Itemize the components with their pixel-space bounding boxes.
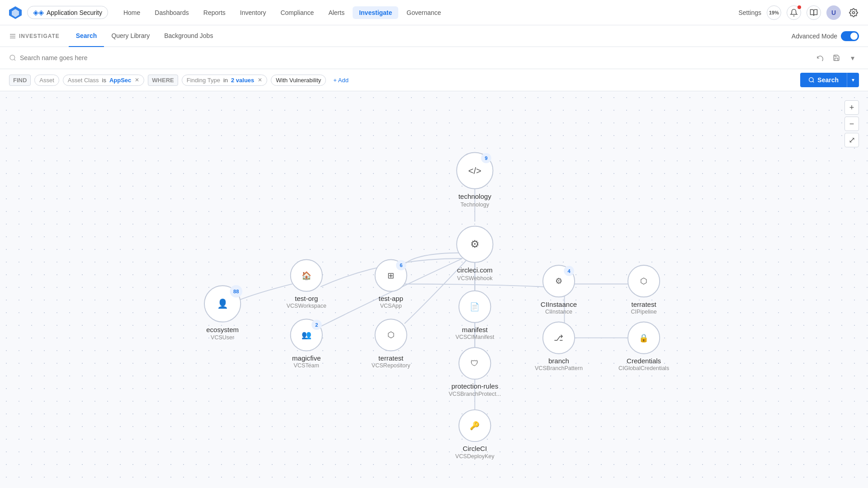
svg-text:4: 4 [567, 268, 571, 274]
svg-text:CircleCI: CircleCI [463, 445, 487, 452]
app-selector[interactable]: ◈◈ Application Security [27, 6, 108, 19]
node-magicfive[interactable]: 👥 magicfive VCSTeam 2 [291, 319, 322, 369]
svg-text:</>: </> [468, 166, 481, 176]
graph-area: </> technology Technology 9 ⚙ circleci.c… [0, 91, 868, 488]
find-label: FIND [9, 75, 31, 86]
node-circleci-key[interactable]: 🔑 CircleCI VCSDeployKey [455, 410, 495, 460]
node-branch[interactable]: ⎇ branch VCSBranchPattern [535, 322, 583, 371]
node-credentials[interactable]: 🔒 Credentials CIGlobalCredentials [618, 322, 669, 371]
nav-alerts[interactable]: Alerts [322, 6, 351, 19]
svg-point-6 [10, 55, 15, 60]
svg-text:VCSCIManifest: VCSCIManifest [455, 334, 494, 340]
chip2-close[interactable]: ✕ [258, 77, 262, 83]
nav-inventory[interactable]: Inventory [234, 6, 273, 19]
sub-navigation: INVESTIGATE Search Query Library Backgro… [0, 25, 868, 47]
app-name: Application Security [47, 9, 102, 16]
settings-link[interactable]: Settings [738, 9, 761, 16]
svg-line-7 [14, 59, 15, 61]
search-btn-group: Search ▾ [800, 73, 859, 87]
notifications-btn[interactable] [787, 5, 801, 20]
tab-search[interactable]: Search [69, 25, 104, 47]
svg-text:CIInstance: CIInstance [545, 309, 572, 315]
with-vulnerability-chip[interactable]: With Vulnerability [271, 75, 326, 86]
svg-text:VCSRepository: VCSRepository [372, 362, 410, 369]
svg-text:88: 88 [233, 289, 239, 294]
app-logo[interactable] [7, 5, 24, 21]
gear-icon[interactable] [846, 5, 861, 20]
graph-svg: </> technology Technology 9 ⚙ circleci.c… [0, 91, 868, 488]
svg-text:🛡: 🛡 [471, 359, 479, 368]
advanced-mode-toggle[interactable] [841, 31, 859, 41]
node-clinstaance[interactable]: ⚙ CIInstaance CIInstance 4 [541, 265, 577, 315]
svg-text:Technology: Technology [461, 202, 490, 208]
advanced-mode-toggle-area: Advanced Mode [792, 31, 859, 41]
node-terratest-repo[interactable]: ⬡ terratest VCSRepository [372, 319, 410, 369]
badge-btn[interactable]: 19% [767, 5, 781, 20]
section-label: INVESTIGATE [9, 33, 60, 40]
svg-text:⬡: ⬡ [387, 330, 395, 339]
dropdown-arrow-icon[interactable]: ▾ [846, 52, 859, 64]
node-terratest-ci[interactable]: ⬡ terratest CIPipeline [628, 265, 660, 315]
tab-query-library[interactable]: Query Library [104, 25, 157, 47]
finding-type-chip[interactable]: Finding Type in 2 values ✕ [182, 75, 268, 86]
nav-reports[interactable]: Reports [197, 6, 232, 19]
node-technology[interactable]: </> technology Technology 9 [457, 152, 493, 207]
svg-text:9: 9 [485, 155, 487, 161]
svg-text:VCSWebhook: VCSWebhook [457, 275, 493, 282]
nav-dashboards[interactable]: Dashboards [148, 6, 195, 19]
asset-label: Asset [39, 77, 54, 84]
user-avatar[interactable]: U [826, 5, 841, 20]
svg-text:terratest: terratest [378, 354, 404, 362]
svg-text:test-app: test-app [378, 295, 403, 302]
chip2-val: 2 values [231, 77, 254, 84]
node-test-org[interactable]: 🏠 test-org VCSWorkspace [287, 260, 326, 310]
nav-investigate[interactable]: Investigate [353, 6, 398, 19]
svg-text:⎇: ⎇ [554, 333, 563, 343]
zoom-in-btn[interactable]: + [844, 100, 859, 115]
nav-right: Settings 19% U [738, 5, 861, 20]
badge-value: 19% [769, 10, 779, 15]
svg-text:terratest: terratest [631, 300, 656, 308]
node-circleci-com[interactable]: ⚙ circleci.com VCSWebhook [457, 226, 493, 282]
svg-text:CIPipeline: CIPipeline [631, 309, 657, 315]
zoom-out-btn[interactable]: − [844, 117, 859, 131]
node-manifest[interactable]: 📄 manifest VCSCIManifest [455, 291, 494, 341]
search-button[interactable]: Search [800, 73, 847, 87]
node-ecosystem[interactable]: 👤 ecosystem VCSUser 88 [204, 285, 242, 341]
search-dropdown-btn[interactable]: ▾ [847, 73, 859, 87]
docs-btn[interactable] [807, 5, 821, 20]
svg-text:⚙: ⚙ [555, 277, 562, 286]
svg-point-2 [853, 11, 855, 14]
save-btn[interactable] [830, 52, 843, 64]
undo-btn[interactable] [814, 52, 826, 64]
chip2-key: Finding Type [187, 77, 220, 84]
asset-chip[interactable]: Asset [34, 75, 59, 86]
asset-class-chip[interactable]: Asset Class is AppSec ✕ [63, 75, 144, 86]
nav-compliance[interactable]: Compliance [274, 6, 320, 19]
main-content: INVESTIGATE Search Query Library Backgro… [0, 25, 868, 488]
svg-text:👥: 👥 [302, 330, 311, 340]
chip1-close[interactable]: ✕ [135, 77, 139, 83]
edge-testorg-eco [237, 284, 292, 301]
where-label: WHERE [148, 75, 178, 86]
svg-text:protection-rules: protection-rules [451, 383, 498, 390]
svg-text:🔑: 🔑 [470, 421, 480, 431]
search-name-input[interactable] [20, 54, 810, 61]
svg-text:test-org: test-org [295, 295, 318, 302]
nav-home[interactable]: Home [117, 6, 146, 19]
search-name-bar: ▾ [0, 47, 868, 69]
node-test-app[interactable]: ⊞ test-app VCSApp 6 [375, 260, 407, 310]
svg-text:🏠: 🏠 [302, 271, 311, 281]
svg-text:⚙: ⚙ [470, 239, 480, 250]
svg-text:🔒: 🔒 [639, 333, 649, 343]
svg-text:magicfive: magicfive [292, 354, 321, 362]
svg-text:VCSWorkspace: VCSWorkspace [287, 303, 326, 309]
tab-background-jobs[interactable]: Background Jobs [157, 25, 220, 47]
svg-text:VCSBranchPattern: VCSBranchPattern [535, 365, 583, 371]
fit-screen-btn[interactable]: ⤢ [844, 133, 859, 147]
svg-text:VCSBranchProtect...: VCSBranchProtect... [448, 391, 501, 397]
add-filter-btn[interactable]: + Add [330, 75, 352, 85]
node-protection-rules[interactable]: 🛡 protection-rules VCSBranchProtect... [448, 347, 501, 397]
nav-governance[interactable]: Governance [400, 6, 447, 19]
chip1-op: is [102, 77, 106, 84]
